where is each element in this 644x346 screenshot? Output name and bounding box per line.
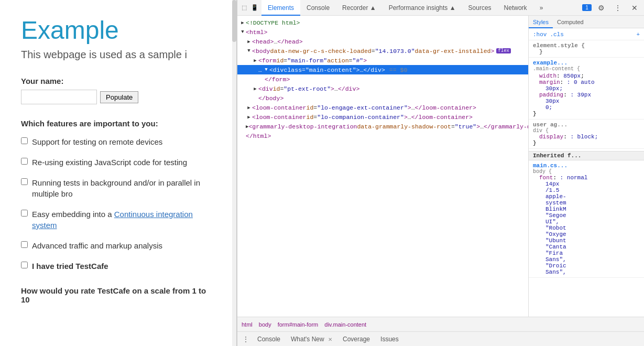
tab-more[interactable]: » (533, 0, 550, 16)
rule-width: width: 850px; (533, 73, 640, 79)
triangle-loom2[interactable] (246, 114, 252, 120)
rule-font-ui: UI", (533, 219, 640, 225)
tried-checkbox[interactable] (21, 262, 28, 268)
rule-padding-val: 30px (533, 98, 640, 104)
dom-line-html[interactable]: <html> (237, 27, 528, 37)
feature-item-2: Re-using existing JavaScript code for te… (21, 157, 215, 168)
triangle-pt-ext[interactable] (252, 86, 258, 92)
tab-elements[interactable]: Elements (261, 0, 300, 16)
triangle-body[interactable] (246, 48, 252, 53)
triangle-doctype[interactable] (239, 20, 246, 26)
dom-line-pt-ext[interactable]: <div id="pt-ext-root" >…</div> (237, 84, 528, 93)
rule-font-system: system (533, 200, 640, 206)
feature-checkbox-2[interactable] (21, 158, 28, 165)
tab-recorder[interactable]: Recorder ▲ (336, 0, 383, 16)
styles-content[interactable]: :hov .cls + element.style { } example...… (529, 28, 644, 317)
add-rule[interactable]: + (636, 31, 640, 38)
tab-performance[interactable]: Performance insights ▲ (383, 0, 462, 16)
vertical-scrollbar[interactable] (232, 0, 236, 346)
tab-sources[interactable]: Sources (462, 0, 498, 16)
maincs-selector[interactable]: main.cs... (533, 163, 640, 169)
bottom-tab-console[interactable]: Console (252, 332, 286, 347)
rule-display: display: : block; (533, 134, 640, 140)
whats-new-close[interactable]: ✕ (328, 332, 332, 347)
dom-line-doctype[interactable]: <!DOCTYPE html> (237, 18, 528, 27)
feature-item-3: Running tests in background and/or in pa… (21, 177, 215, 199)
rule-font-oxygen: "Oxyge (533, 231, 640, 237)
tried-label: I have tried TestCafe (32, 261, 108, 272)
flex-badge: flex (496, 48, 511, 53)
bottom-tab-coverage[interactable]: Coverage (337, 332, 375, 347)
inspect-icon[interactable]: ⬚ (239, 3, 249, 13)
rule-padding: padding: : 39px (533, 92, 640, 98)
breadcrumb-bar: html body form#main-form div.main-conten… (237, 317, 644, 331)
rule-font-sans: Sans", (533, 256, 640, 263)
triangle-main[interactable] (263, 67, 269, 72)
rule-padding-val2: 0; (533, 104, 640, 111)
name-input[interactable] (21, 90, 97, 104)
rule-margin: margin: : 0 auto (533, 79, 640, 85)
dom-line-form[interactable]: <form id="main-form" action="#"> (237, 56, 528, 65)
bottom-tab-whats-new[interactable]: What's New ✕ (286, 332, 337, 347)
tab-console[interactable]: Console (300, 0, 336, 16)
rule-margin-val: 30px; (533, 85, 640, 92)
body-rule: body { (533, 169, 640, 175)
dom-line-grammarly[interactable]: <grammarly-desktop-integration data-gram… (237, 122, 528, 131)
example-selector[interactable]: example... (533, 60, 640, 66)
rule-font-sans2: Sans", (533, 269, 640, 275)
triangle-form[interactable] (252, 58, 258, 63)
bottom-tabs-bar: ⋮ Console What's New ✕ Coverage Issues (237, 331, 644, 346)
more-options-button[interactable]: ⋮ (610, 1, 625, 15)
dom-line-loom2[interactable]: <loom-container id="lo-companion-contain… (237, 112, 528, 122)
dom-line-close-html[interactable]: </html> (237, 131, 528, 140)
breadcrumb-html[interactable]: html (242, 321, 253, 328)
feature-item-5: Advanced traffic and markup analysis (21, 240, 215, 251)
doctype-text: <!DOCTYPE html> (246, 19, 300, 26)
feature-checkbox-3[interactable] (21, 178, 28, 185)
scrollbar-thumb[interactable] (232, 0, 236, 42)
dom-panel[interactable]: <!DOCTYPE html> <html> <head>…</head> <b… (237, 16, 529, 317)
dom-line-loom1[interactable]: <loom-container id="lo-engage-ext-contai… (237, 103, 528, 112)
dom-line-div-main[interactable]: … <div class="main-content" >…</div> == … (237, 65, 528, 74)
dom-line-close-body[interactable]: </body> (237, 93, 528, 103)
hov-filter[interactable]: :hov (533, 31, 547, 38)
populate-button[interactable]: Populate (100, 91, 138, 103)
element-style-selector: element.style { (533, 42, 640, 49)
bottom-tab-issues[interactable]: Issues (375, 332, 404, 347)
feature-checkbox-5[interactable] (21, 241, 28, 248)
feature-checkbox-4[interactable] (21, 210, 28, 217)
close-devtools-button[interactable]: ✕ (627, 1, 642, 15)
dom-line-close-form[interactable]: </form> (237, 74, 528, 84)
style-block-inherited: main.cs... body { font: : normal 14px /1… (529, 160, 644, 278)
dom-line-body[interactable]: <body data-new-gr-c-s-check-loaded="14.1… (237, 46, 528, 56)
dom-line-head[interactable]: <head>…</head> (237, 37, 528, 46)
feature-checkbox-1[interactable] (21, 137, 28, 144)
tab-network[interactable]: Network (498, 0, 533, 16)
triangle-head[interactable] (246, 39, 252, 45)
rule-close: } (533, 111, 640, 117)
styles-tabs: Styles Computed (529, 16, 644, 28)
breadcrumb-form[interactable]: form#main-form (278, 321, 319, 328)
rule-font-apple: apple- (533, 193, 640, 200)
feature-label-1: Support for testing on remote devices (32, 136, 162, 147)
tab-computed[interactable]: Computed (553, 16, 588, 28)
triangle-html[interactable] (239, 29, 246, 35)
tried-item: I have tried TestCafe (21, 261, 215, 272)
features-title: Which features are important to you: (21, 119, 215, 128)
rule-font-robot: "Robot (533, 225, 640, 231)
tab-styles[interactable]: Styles (529, 16, 553, 28)
tab-icons: ⬚ 📱 (239, 3, 259, 13)
feature-item-4: Easy embedding into a Continuous integra… (21, 209, 215, 231)
device-icon[interactable]: 📱 (250, 3, 259, 13)
userag-selector[interactable]: user ag... (533, 122, 640, 128)
feature-label-2: Re-using existing JavaScript code for te… (32, 157, 187, 168)
breadcrumb-body[interactable]: body (259, 321, 271, 328)
settings-button[interactable]: ⚙ (594, 1, 608, 15)
bottom-dots[interactable]: ⋮ (239, 336, 252, 343)
devtools-main-area: <!DOCTYPE html> <html> <head>…</head> <b… (237, 16, 644, 317)
triangle-loom1[interactable] (246, 105, 252, 111)
cls-filter[interactable]: .cls (550, 31, 563, 38)
breadcrumb-div[interactable]: div.main-content (324, 321, 366, 328)
your-name-label: Your name: (21, 77, 215, 85)
devtools-tab-bar: ⬚ 📱 Elements Console Recorder ▲ Performa… (237, 0, 644, 16)
